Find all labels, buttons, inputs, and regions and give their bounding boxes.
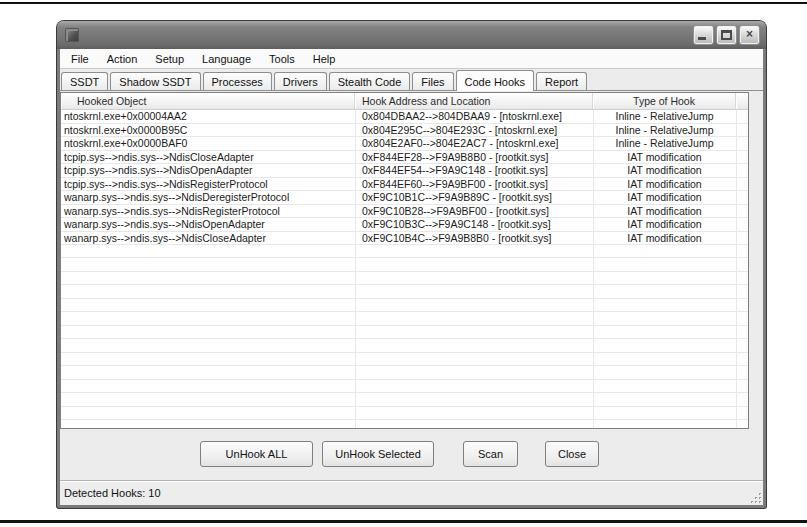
- unhook-selected-button[interactable]: UnHook Selected: [322, 441, 434, 467]
- close-button[interactable]: ×: [739, 25, 760, 45]
- table-row[interactable]: ntoskrnl.exe+0x00004AA2 0x804DBAA2-->804…: [61, 110, 748, 124]
- window-controls: ×: [693, 25, 760, 45]
- cell-hook-type: IAT modification: [593, 218, 736, 231]
- cell-hooked-object: wanarp.sys-->ndis.sys-->NdisOpenAdapter: [61, 218, 355, 231]
- tab-processes[interactable]: Processes: [203, 72, 272, 90]
- scan-button[interactable]: Scan: [463, 441, 518, 467]
- table-row[interactable]: wanarp.sys-->ndis.sys-->NdisCloseAdapter…: [61, 232, 748, 246]
- cell-hook-type: IAT modification: [593, 205, 736, 218]
- cell-hook-address: 0xF9C10B28-->F9A9BF00 - [rootkit.sys]: [355, 205, 593, 218]
- minimize-icon: [698, 37, 706, 40]
- tab-strip: SSDTShadow SSDTProcessesDriversStealth C…: [60, 69, 763, 91]
- menu-tools[interactable]: Tools: [260, 50, 304, 68]
- column-header-hook-address[interactable]: Hook Address and Location: [355, 93, 593, 109]
- tab-ssdt[interactable]: SSDT: [61, 72, 108, 90]
- listview-body: ntoskrnl.exe+0x00004AA2 0x804DBAA2-->804…: [61, 110, 748, 428]
- close-icon: ×: [746, 27, 753, 41]
- column-header-spacer: [736, 93, 748, 109]
- menu-help[interactable]: Help: [304, 50, 345, 68]
- table-row[interactable]: ntoskrnl.exe+0x0000BAF0 0x804E2AF0-->804…: [61, 137, 748, 151]
- cell-hook-address: 0xF9C10B3C-->F9A9C148 - [rootkit.sys]: [355, 218, 593, 231]
- minimize-button[interactable]: [693, 25, 714, 45]
- cell-hook-address: 0xF844EF60-->F9A9BF00 - [rootkit.sys]: [355, 178, 593, 191]
- tab-report[interactable]: Report: [536, 72, 587, 90]
- tab-files[interactable]: Files: [412, 72, 453, 90]
- titlebar[interactable]: ×: [57, 21, 766, 49]
- figure-rule-bottom: [0, 520, 807, 523]
- tab-code-hooks[interactable]: Code Hooks: [456, 70, 535, 91]
- cell-hook-type: IAT modification: [593, 151, 736, 164]
- cell-hook-type: IAT modification: [593, 232, 736, 245]
- close-button[interactable]: Close: [545, 441, 599, 467]
- cell-hook-address: 0x804E2AF0-->804E2AC7 - [ntoskrnl.exe]: [355, 137, 593, 150]
- figure-rule-top: [0, 2, 807, 4]
- menu-action[interactable]: Action: [98, 50, 147, 68]
- cell-hook-type: Inline - RelativeJump: [593, 137, 736, 150]
- app-icon: [65, 28, 79, 42]
- status-bar: Detected Hooks: 10: [60, 480, 763, 505]
- column-header-hooked-object[interactable]: Hooked Object: [61, 93, 355, 109]
- cell-hooked-object: wanarp.sys-->ndis.sys-->NdisRegisterProt…: [61, 205, 355, 218]
- cell-hook-address: 0x804DBAA2-->804DBAA9 - [ntoskrnl.exe]: [355, 110, 593, 123]
- table-row[interactable]: wanarp.sys-->ndis.sys-->NdisRegisterProt…: [61, 205, 748, 219]
- cell-hooked-object: tcpip.sys-->ndis.sys-->NdisRegisterProto…: [61, 178, 355, 191]
- table-row[interactable]: tcpip.sys-->ndis.sys-->NdisOpenAdapter 0…: [61, 164, 748, 178]
- menu-language[interactable]: Language: [193, 50, 260, 68]
- hooks-listview: Hooked Object Hook Address and Location …: [60, 92, 749, 429]
- status-text: Detected Hooks: 10: [64, 487, 161, 499]
- tab-shadow-ssdt[interactable]: Shadow SSDT: [110, 72, 200, 90]
- menu-setup[interactable]: Setup: [146, 50, 193, 68]
- table-rows: ntoskrnl.exe+0x00004AA2 0x804DBAA2-->804…: [61, 110, 748, 245]
- resize-grip[interactable]: [749, 491, 762, 504]
- table-row[interactable]: tcpip.sys-->ndis.sys-->NdisCloseAdapter …: [61, 151, 748, 165]
- cell-hook-type: IAT modification: [593, 178, 736, 191]
- tab-drivers[interactable]: Drivers: [274, 72, 327, 90]
- cell-hook-address: 0x804E295C-->804E293C - [ntoskrnl.exe]: [355, 124, 593, 137]
- unhook-all-button[interactable]: UnHook ALL: [200, 441, 313, 467]
- table-row[interactable]: ntoskrnl.exe+0x0000B95C 0x804E295C-->804…: [61, 124, 748, 138]
- cell-hooked-object: tcpip.sys-->ndis.sys-->NdisOpenAdapter: [61, 164, 355, 177]
- cell-hook-type: IAT modification: [593, 191, 736, 204]
- cell-hook-address: 0xF844EF28-->F9A9B8B0 - [rootkit.sys]: [355, 151, 593, 164]
- cell-hook-address: 0xF9C10B4C-->F9A9B8B0 - [rootkit.sys]: [355, 232, 593, 245]
- cell-hooked-object: tcpip.sys-->ndis.sys-->NdisCloseAdapter: [61, 151, 355, 164]
- tab-stealth-code[interactable]: Stealth Code: [329, 72, 411, 90]
- cell-hook-address: 0xF9C10B1C-->F9A9B89C - [rootkit.sys]: [355, 191, 593, 204]
- cell-hooked-object: wanarp.sys-->ndis.sys-->NdisCloseAdapter: [61, 232, 355, 245]
- cell-hook-type: Inline - RelativeJump: [593, 110, 736, 123]
- cell-hook-type: IAT modification: [593, 164, 736, 177]
- figure-page: { "window": { "title": "" }, "menu": { "…: [0, 0, 807, 527]
- cell-hooked-object: ntoskrnl.exe+0x00004AA2: [61, 110, 355, 123]
- table-row[interactable]: tcpip.sys-->ndis.sys-->NdisRegisterProto…: [61, 178, 748, 192]
- empty-rows-area: [61, 245, 748, 428]
- cell-hook-type: Inline - RelativeJump: [593, 124, 736, 137]
- table-row[interactable]: wanarp.sys-->ndis.sys-->NdisOpenAdapter …: [61, 218, 748, 232]
- cell-hooked-object: ntoskrnl.exe+0x0000BAF0: [61, 137, 355, 150]
- menu-file[interactable]: File: [62, 50, 98, 68]
- maximize-button[interactable]: [716, 25, 737, 45]
- cell-hook-address: 0xF844EF54-->F9A9C148 - [rootkit.sys]: [355, 164, 593, 177]
- cell-hooked-object: ntoskrnl.exe+0x0000B95C: [61, 124, 355, 137]
- app-window: × FileActionSetupLanguageToolsHelp SSDTS…: [57, 21, 766, 508]
- listview-header: Hooked Object Hook Address and Location …: [61, 93, 748, 110]
- cell-hooked-object: wanarp.sys-->ndis.sys-->NdisDeregisterPr…: [61, 191, 355, 204]
- column-header-type-of-hook[interactable]: Type of Hook: [593, 93, 736, 109]
- maximize-icon: [721, 30, 732, 40]
- table-row[interactable]: wanarp.sys-->ndis.sys-->NdisDeregisterPr…: [61, 191, 748, 205]
- client-area: FileActionSetupLanguageToolsHelp SSDTSha…: [60, 49, 763, 505]
- menu-bar: FileActionSetupLanguageToolsHelp: [60, 49, 763, 69]
